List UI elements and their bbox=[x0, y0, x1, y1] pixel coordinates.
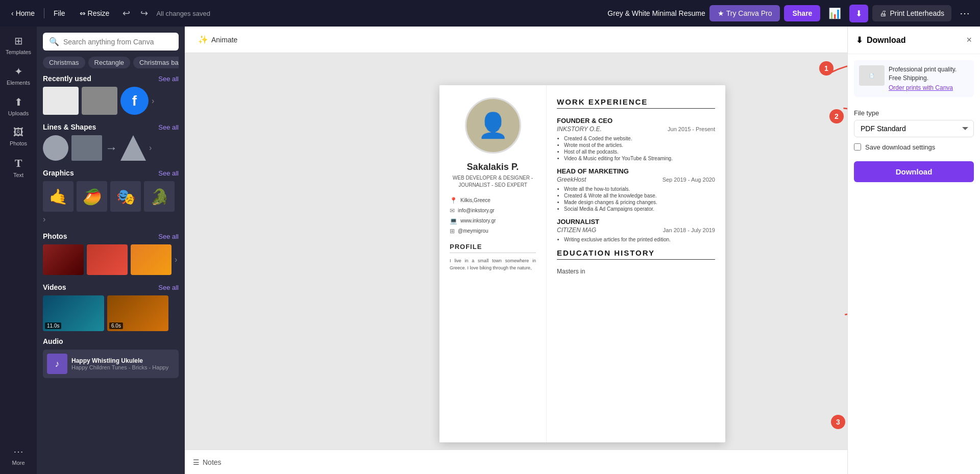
step-1-label: 1 bbox=[824, 64, 828, 72]
notes-label: Notes bbox=[203, 458, 222, 466]
photo-item-2[interactable] bbox=[87, 244, 128, 275]
recently-used-item-2[interactable] bbox=[82, 87, 117, 115]
sidebar-item-templates[interactable]: ⊞ Templates bbox=[2, 31, 35, 59]
work-divider bbox=[557, 108, 715, 109]
recently-used-scroll-arrow[interactable]: › bbox=[152, 96, 154, 106]
video-item-1[interactable]: 11.0s bbox=[43, 295, 104, 331]
video-item-2[interactable]: 6.0s bbox=[107, 295, 168, 331]
sidebar-item-uploads[interactable]: ⬆ Uploads bbox=[2, 92, 35, 120]
resume-right-column: WORK EXPERIENCE FOUNDER & CEO INKSTORY O… bbox=[547, 85, 725, 442]
file-label: File bbox=[54, 9, 65, 17]
close-icon: × bbox=[966, 35, 972, 45]
job1-bullet-4: Video & Music editing for YouTube & Stre… bbox=[564, 156, 715, 161]
graphic-item-3[interactable]: 🎭 bbox=[110, 181, 141, 212]
step-2-label: 2 bbox=[835, 112, 839, 120]
videos-grid: 11.0s 6.0s bbox=[43, 295, 179, 331]
file-type-select[interactable]: PDF Standard PDF Print PNG JPG SVG bbox=[854, 120, 974, 137]
chip-christmas[interactable]: Christmas bbox=[43, 57, 85, 68]
download-panel: ⬇ Download × 📄 Professional print qualit… bbox=[847, 27, 980, 474]
resize-button[interactable]: ⇔ Resize bbox=[75, 6, 115, 20]
photos-see-all[interactable]: See all bbox=[158, 233, 179, 240]
star-icon: ★ bbox=[718, 9, 724, 17]
graphics-grid: 🤙 🥭 🎭 🐊 › bbox=[43, 181, 179, 224]
job1-title: FOUNDER & CEO bbox=[557, 117, 715, 124]
redo-button[interactable]: ↪ bbox=[136, 6, 152, 21]
shape-triangle[interactable] bbox=[120, 135, 146, 161]
shapes-scroll-arrow[interactable]: › bbox=[149, 143, 152, 153]
photo-item-1[interactable] bbox=[43, 244, 84, 275]
shape-rectangle[interactable] bbox=[71, 135, 102, 161]
recently-used-item-1[interactable] bbox=[43, 87, 79, 115]
photo-item-3[interactable] bbox=[131, 244, 172, 275]
job2-company-row: GreekHost Sep 2019 - Aug 2020 bbox=[557, 176, 715, 183]
audio-item-1[interactable]: ♪ Happy Whistling Ukulele Happy Children… bbox=[43, 350, 179, 378]
nav-divider bbox=[44, 8, 44, 18]
chip-christmas-bg[interactable]: Christmas backgr… bbox=[133, 57, 179, 68]
try-pro-button[interactable]: ★ Try Canva Pro bbox=[709, 5, 780, 21]
more-icon: ⋯ bbox=[13, 445, 23, 458]
sidebar-item-more[interactable]: ⋯ More bbox=[2, 441, 35, 470]
file-type-label: File type bbox=[854, 109, 974, 117]
auto-save-status: All changes saved bbox=[156, 10, 210, 17]
left-sidebar: ⊞ Templates ✦ Elements ⬆ Uploads 🖼 Photo… bbox=[0, 27, 37, 474]
download-icon: ⬇ bbox=[855, 9, 862, 18]
print-button[interactable]: 🖨 Print Letterheads bbox=[872, 5, 951, 21]
search-input[interactable] bbox=[63, 38, 173, 46]
recently-used-see-all[interactable]: See all bbox=[158, 75, 179, 83]
analytics-button[interactable]: 📊 bbox=[824, 4, 845, 22]
share-label: Share bbox=[792, 9, 812, 17]
sidebar-item-text[interactable]: T Text bbox=[2, 153, 35, 182]
notes-button[interactable]: ☰ Notes bbox=[193, 458, 222, 466]
step-3-label: 3 bbox=[836, 418, 840, 426]
resume-document: 👤 Sakalakis P. WEB DEVELOPER & DESIGNER … bbox=[439, 85, 725, 442]
search-bar[interactable]: 🔍 bbox=[43, 33, 179, 51]
photos-title: Photos bbox=[43, 232, 67, 240]
close-download-panel-button[interactable]: × bbox=[966, 35, 972, 45]
file-menu-button[interactable]: File bbox=[48, 6, 70, 20]
job2-bullet-2: Created & Wrote all the knowledge base. bbox=[564, 193, 715, 198]
shape-arrow[interactable]: → bbox=[105, 141, 117, 155]
nav-right-group: Grey & White Minimal Resume ★ Try Canva … bbox=[607, 4, 974, 22]
animate-button[interactable]: ✨ Animate bbox=[193, 32, 242, 47]
job1-bullet-2: Wrote most of the articles. bbox=[564, 142, 715, 148]
top-navigation: ‹ Home File ⇔ Resize ↩ ↪ All changes sav… bbox=[0, 0, 980, 27]
graphic-item-2[interactable]: 🥭 bbox=[77, 181, 107, 212]
photos-scroll-arrow[interactable]: › bbox=[175, 255, 177, 264]
audio-title: Audio bbox=[43, 337, 63, 345]
download-button[interactable]: ⬇ bbox=[849, 5, 868, 22]
search-icon: 🔍 bbox=[49, 37, 59, 46]
save-settings-label[interactable]: Save download settings bbox=[865, 143, 935, 151]
graphics-scroll-arrow[interactable]: › bbox=[43, 215, 45, 224]
lines-shapes-see-all[interactable]: See all bbox=[158, 123, 179, 131]
sidebar-item-photos[interactable]: 🖼 Photos bbox=[2, 122, 35, 151]
sidebar-item-elements[interactable]: ✦ Elements bbox=[2, 61, 35, 90]
work-experience-title: WORK EXPERIENCE bbox=[557, 97, 715, 106]
recently-used-item-3-facebook[interactable]: f bbox=[120, 87, 149, 115]
undo-button[interactable]: ↩ bbox=[118, 6, 134, 21]
file-type-section: File type PDF Standard PDF Print PNG JPG… bbox=[848, 103, 980, 137]
resume-avatar: 👤 bbox=[465, 97, 521, 154]
main-area: ‹ 🔍 Christmas Rectangle Christmas backgr… bbox=[37, 27, 980, 474]
order-prints-link[interactable]: Order prints with Canva bbox=[889, 84, 953, 91]
share-button[interactable]: Share bbox=[784, 5, 820, 21]
download-panel-header: ⬇ Download × bbox=[848, 27, 980, 54]
save-settings-checkbox[interactable] bbox=[854, 143, 861, 151]
print-promo-section: 📄 Professional print quality. Free Shipp… bbox=[854, 60, 974, 97]
graphics-see-all[interactable]: See all bbox=[158, 169, 179, 177]
graphic-item-1[interactable]: 🤙 bbox=[43, 181, 74, 212]
print-label: Print Letterheads bbox=[890, 9, 944, 17]
more-options-button[interactable]: ⋯ bbox=[955, 5, 974, 21]
chip-rectangle[interactable]: Rectangle bbox=[88, 57, 131, 68]
notes-icon: ☰ bbox=[193, 458, 200, 466]
graphic-item-4[interactable]: 🐊 bbox=[144, 181, 175, 212]
step-1-badge: 1 bbox=[819, 61, 834, 76]
download-action-button[interactable]: Download bbox=[854, 161, 974, 182]
resize-label: Resize bbox=[88, 9, 110, 17]
try-pro-label: Try Canva Pro bbox=[726, 9, 772, 17]
home-button[interactable]: ‹ Home bbox=[6, 6, 40, 20]
shape-circle[interactable] bbox=[43, 135, 68, 161]
videos-see-all[interactable]: See all bbox=[158, 284, 179, 291]
profile-section-title: PROFILE bbox=[450, 243, 536, 253]
promo-text: Professional print quality. Free Shippin… bbox=[889, 65, 969, 83]
chip-christmas-bg-label: Christmas backgr… bbox=[139, 59, 179, 66]
